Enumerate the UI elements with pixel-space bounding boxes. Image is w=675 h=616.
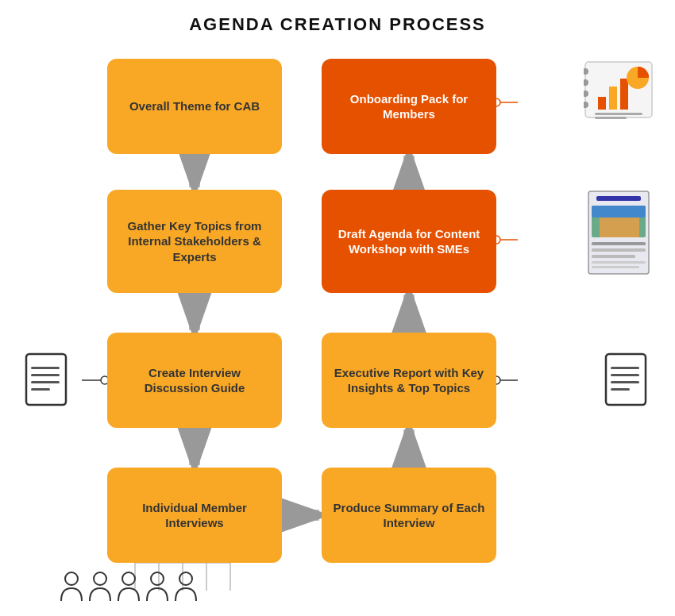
svg-rect-31 bbox=[611, 367, 639, 369]
person-icon-5 bbox=[174, 571, 198, 603]
box-member-interviews: Individual Member Interviews bbox=[107, 468, 282, 563]
svg-point-57 bbox=[94, 572, 106, 585]
svg-rect-40 bbox=[598, 97, 606, 110]
svg-rect-53 bbox=[592, 255, 635, 258]
svg-rect-32 bbox=[611, 374, 639, 376]
left-doc-icon bbox=[23, 352, 72, 413]
svg-point-59 bbox=[151, 572, 164, 585]
svg-rect-44 bbox=[595, 113, 642, 115]
box-executive-report: Executive Report with Key Insights & Top… bbox=[322, 333, 496, 428]
person-icon-2 bbox=[88, 571, 112, 603]
svg-rect-27 bbox=[31, 374, 60, 376]
svg-rect-26 bbox=[31, 367, 60, 369]
svg-rect-42 bbox=[620, 79, 628, 110]
svg-rect-50 bbox=[592, 206, 646, 218]
svg-rect-33 bbox=[611, 381, 639, 383]
svg-rect-52 bbox=[592, 248, 646, 252]
svg-rect-25 bbox=[26, 354, 66, 405]
svg-point-60 bbox=[179, 572, 192, 585]
persons-row bbox=[60, 571, 198, 603]
svg-rect-34 bbox=[611, 388, 630, 391]
chart-icon bbox=[584, 59, 655, 122]
diagram-container: Overall Theme for CAB Gather Key Topics … bbox=[12, 43, 663, 606]
svg-rect-28 bbox=[31, 381, 60, 383]
person-icon-4 bbox=[145, 571, 169, 603]
svg-rect-49 bbox=[600, 218, 639, 237]
svg-rect-45 bbox=[595, 117, 627, 119]
book-report-icon bbox=[584, 190, 655, 277]
svg-rect-47 bbox=[596, 196, 641, 201]
svg-rect-41 bbox=[609, 87, 617, 110]
box-interview-guide: Create Interview Discussion Guide bbox=[107, 333, 282, 428]
person-icon-3 bbox=[117, 571, 141, 603]
svg-point-56 bbox=[65, 572, 78, 585]
svg-rect-30 bbox=[606, 354, 646, 405]
svg-rect-29 bbox=[31, 388, 50, 391]
page-title: AGENDA CREATION PROCESS bbox=[189, 14, 486, 35]
svg-point-58 bbox=[122, 572, 135, 585]
svg-rect-55 bbox=[592, 266, 639, 268]
box-overall-theme: Overall Theme for CAB bbox=[107, 59, 282, 154]
right-doc-icon bbox=[603, 352, 652, 413]
box-gather-topics: Gather Key Topics from Internal Stakehol… bbox=[107, 190, 282, 293]
svg-rect-54 bbox=[592, 261, 646, 264]
box-produce-summary: Produce Summary of Each Interview bbox=[322, 468, 496, 563]
box-onboarding-pack: Onboarding Pack for Members bbox=[322, 59, 496, 154]
box-draft-agenda: Draft Agenda for Content Workshop with S… bbox=[322, 190, 496, 293]
person-icon-1 bbox=[60, 571, 83, 603]
svg-rect-51 bbox=[592, 242, 646, 245]
